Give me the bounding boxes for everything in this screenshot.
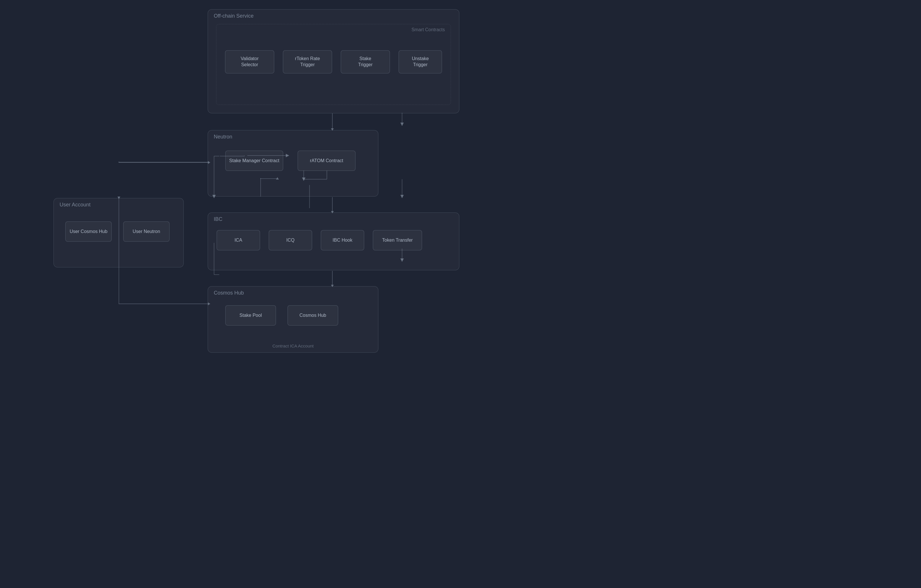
user-account-label: User Account: [60, 202, 91, 208]
cosmos-hub-inner-box: Cosmos Hub: [288, 305, 338, 325]
contract-ica-label: Contract ICA Account: [272, 343, 314, 348]
feedback-h: [260, 179, 277, 179]
user-neutron-box: User Neutron: [123, 221, 169, 242]
ica-label: ICA: [234, 237, 242, 244]
stake-trigger-label: StakeTrigger: [358, 56, 373, 68]
stake-trigger-box: StakeTrigger: [341, 50, 390, 73]
ratom-contract-box: rATOM Contract: [298, 151, 355, 171]
user-cosmos-hub-box: User Cosmos Hub: [65, 221, 112, 242]
cosmos-hub-section: Cosmos Hub Stake Pool Cosmos Hub Contrac…: [208, 286, 378, 352]
icq-box: ICQ: [269, 230, 312, 250]
offchain-label: Off-chain Service: [214, 13, 254, 19]
neutron-section: Neutron Stake Manager Contract rATOM Con…: [208, 130, 378, 197]
ratom-contract-label: rATOM Contract: [310, 158, 343, 164]
cosmos-hub-label: Cosmos Hub: [214, 290, 244, 296]
offchain-section: Off-chain Service Smart Contracts Valida…: [208, 9, 459, 113]
neutron-label: Neutron: [214, 134, 232, 140]
token-transfer-box: Token Transfer: [373, 230, 422, 250]
user-neutron-label: User Neutron: [132, 229, 160, 235]
diagram-canvas: Off-chain Service Smart Contracts Valida…: [0, 0, 921, 588]
rtoken-rate-trigger-box: rToken RateTrigger: [283, 50, 332, 73]
arrowhead-feedback: [276, 177, 279, 180]
ibc-hook-label: IBC Hook: [333, 237, 352, 244]
ibc-section: IBC ICA ICQ IBC Hook Token Transfer: [208, 213, 459, 270]
token-transfer-label: Token Transfer: [382, 237, 413, 244]
stake-pool-label: Stake Pool: [239, 312, 262, 318]
horiz-connector-cosmos: [119, 304, 208, 304]
unstake-trigger-label: UnstakeTrigger: [412, 56, 429, 68]
arrowhead-user: [117, 197, 120, 199]
ica-box: ICA: [216, 230, 260, 250]
unstake-trigger-box: UnstakeTrigger: [399, 50, 442, 73]
smart-contracts-box: Smart Contracts ValidatorSelector rToken…: [216, 24, 451, 105]
horiz-connector-neutron: [119, 162, 208, 163]
ibc-label: IBC: [214, 216, 223, 222]
arrowhead-cosmos-right: [208, 302, 210, 305]
stake-manager-contract-label: Stake Manager Contract: [229, 158, 279, 164]
validator-selector-label: ValidatorSelector: [241, 56, 259, 68]
rtoken-rate-label: rToken RateTrigger: [295, 56, 320, 68]
arrow-neutron-ibc: [332, 197, 333, 211]
cosmos-hub-inner-label: Cosmos Hub: [299, 312, 326, 318]
stake-manager-contract-box: Stake Manager Contract: [225, 151, 283, 171]
validator-selector-box: ValidatorSelector: [225, 50, 274, 73]
smart-contracts-label: Smart Contracts: [411, 27, 445, 32]
arrow-ibc-cosmos: [332, 271, 333, 285]
arrowhead-neutron-right: [208, 161, 210, 164]
arrows-overlay: [0, 0, 921, 588]
ibc-hook-box: IBC Hook: [321, 230, 364, 250]
icq-label: ICQ: [286, 237, 295, 244]
stake-pool-box: Stake Pool: [225, 305, 276, 325]
feedback-v: [260, 178, 261, 197]
arrow-offchain-neutron: [332, 113, 333, 129]
left-connector-v: [119, 197, 119, 304]
user-cosmos-hub-label: User Cosmos Hub: [70, 229, 107, 235]
